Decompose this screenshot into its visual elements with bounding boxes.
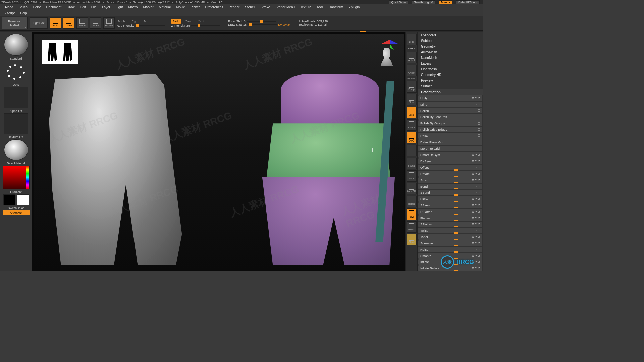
- deform-sbend[interactable]: SBendX Y Z: [418, 190, 482, 195]
- section-cylinder3d[interactable]: Cylinder3D: [418, 32, 483, 38]
- menu-layer[interactable]: Layer: [99, 5, 113, 9]
- shelf--xyz--button[interactable]: (xyz): [407, 132, 417, 143]
- deform-offset[interactable]: OffsetX Y Z: [418, 165, 482, 170]
- deform-relax-plane-grid[interactable]: Relax Plane Grid: [418, 139, 482, 145]
- rgb-toggle[interactable]: Rgb: [130, 19, 139, 24]
- deform-skew[interactable]: SkewX Y Z: [418, 196, 482, 202]
- menu-preferences[interactable]: Preferences: [203, 5, 226, 9]
- brush-thumbnail[interactable]: [4, 34, 28, 56]
- viewport[interactable]: ✛ 人人素材 RRCG 人人素材 RRCG 人人素材 RRCG 人人素材 RRC…: [34, 34, 404, 270]
- section-surface[interactable]: Surface: [418, 83, 483, 89]
- section-layers[interactable]: Layers: [418, 61, 483, 66]
- deform-polish-crisp-edges[interactable]: Polish Crisp Edges: [418, 127, 482, 132]
- secondary-color-swatch[interactable]: [3, 194, 15, 205]
- menu-render[interactable]: Render: [226, 5, 243, 9]
- deform-sflatten[interactable]: SFlattenX Y Z: [418, 222, 482, 227]
- menu-document[interactable]: Document: [44, 5, 64, 9]
- menu-material[interactable]: Material: [156, 5, 174, 9]
- deform-size[interactable]: SizeX Y Z: [418, 177, 482, 183]
- view-navigator[interactable]: [378, 40, 398, 61]
- menu-zscript[interactable]: Zscript: [2, 11, 17, 15]
- dynamic-label[interactable]: Dynamic: [278, 23, 290, 26]
- deform-morph-to-grid[interactable]: Morph to Grid: [418, 146, 482, 152]
- stroke-thumbnail[interactable]: [4, 61, 28, 82]
- deform-bend[interactable]: BendX Y Z: [418, 184, 482, 189]
- section-geometry-hd[interactable]: Geometry HD: [418, 72, 483, 78]
- lightbox-button[interactable]: LightBox: [30, 17, 48, 29]
- deform-taper[interactable]: TaperX Y Z: [418, 234, 482, 240]
- draw-mode-button[interactable]: Draw: [63, 17, 74, 29]
- color-picker[interactable]: [3, 166, 30, 189]
- menu-draw[interactable]: Draw: [64, 5, 77, 9]
- deform-polish-by-features[interactable]: Polish By Features: [418, 114, 482, 120]
- section-subtool[interactable]: Subtool: [418, 38, 483, 44]
- menu-texture[interactable]: Texture: [298, 5, 314, 9]
- section-fibermesh[interactable]: FiberMesh: [418, 66, 483, 72]
- deform-relax[interactable]: Relax: [418, 133, 482, 139]
- zintensity-slider[interactable]: [191, 25, 220, 26]
- edit-mode-button[interactable]: Edit: [50, 17, 61, 29]
- menu-color[interactable]: Color: [30, 5, 44, 9]
- menu-starter-menu[interactable]: Starter Menu: [273, 5, 298, 9]
- menu-marker[interactable]: Marker: [140, 5, 156, 9]
- menu-stroke[interactable]: Stroke: [258, 5, 273, 9]
- deformation-header[interactable]: Deformation: [418, 89, 483, 95]
- section-preview[interactable]: Preview: [418, 78, 483, 83]
- deform-rotate[interactable]: RotateX Y Z: [418, 171, 482, 177]
- menu-zplugin[interactable]: Zplugin: [346, 5, 362, 9]
- material-thumbnail[interactable]: [4, 139, 28, 160]
- section-arraymesh[interactable]: ArrayMesh: [418, 49, 483, 55]
- primary-color-swatch[interactable]: [17, 194, 29, 205]
- deform-noise[interactable]: NoiseX Y Z: [418, 247, 482, 252]
- menu-stencil[interactable]: Stencil: [242, 5, 258, 9]
- spix-label[interactable]: SPix 3: [408, 46, 415, 51]
- seethrough-slider[interactable]: See-through 0: [412, 0, 435, 4]
- rotate-mode-button[interactable]: Rotate: [103, 17, 115, 29]
- focalshift-slider[interactable]: [247, 21, 276, 22]
- zsub-toggle[interactable]: Zsub: [184, 19, 194, 24]
- menu-file[interactable]: File: [89, 5, 99, 9]
- menus-button[interactable]: Menus: [439, 0, 452, 4]
- shelf-transp-button[interactable]: Transp: [407, 221, 417, 233]
- shelf-zoom3d-button[interactable]: Zoom3D: [407, 183, 417, 194]
- projection-master-button[interactable]: Projection Master: [2, 17, 28, 29]
- deform-resym[interactable]: ReSymX Y Z: [418, 158, 482, 164]
- deform-polish[interactable]: Polish: [418, 108, 482, 114]
- defaultzscript-button[interactable]: DefaultZScript: [456, 0, 480, 4]
- switchcolor-button[interactable]: SwitchColor: [8, 206, 24, 210]
- menu-light[interactable]: Light: [113, 5, 126, 9]
- shelf-bpr-button[interactable]: BPR: [407, 34, 417, 45]
- viewport-left[interactable]: [34, 34, 219, 270]
- shelf-frame-button[interactable]: Frame: [407, 158, 417, 169]
- shelf-local-button[interactable]: Local: [407, 107, 417, 118]
- shelf-move-button[interactable]: Move: [407, 170, 417, 182]
- menu-brush[interactable]: Brush: [16, 5, 30, 9]
- deform-flatten[interactable]: FlattenX Y Z: [418, 215, 482, 221]
- scale-mode-button[interactable]: Scale: [90, 17, 101, 29]
- deform-mirror[interactable]: MirrorX Y Z: [418, 102, 482, 107]
- zcut-toggle[interactable]: Zcut: [197, 19, 206, 24]
- m-toggle[interactable]: M: [143, 19, 148, 24]
- shelf-floor-button[interactable]: Floor: [407, 94, 417, 105]
- deform-smart-resym[interactable]: Smart ReSymX Y Z: [418, 152, 482, 158]
- menu-movie[interactable]: Movie: [173, 5, 188, 9]
- quicksave-button[interactable]: QuickSave: [389, 0, 408, 4]
- deform-squeeze[interactable]: SqueezeX Y Z: [418, 240, 482, 246]
- menu-macro[interactable]: Macro: [126, 5, 141, 9]
- menu-picker[interactable]: Picker: [188, 5, 203, 9]
- deform-rflatten[interactable]: RFlattenX Y Z: [418, 209, 482, 215]
- shelf-rotate-button[interactable]: Rotate: [407, 196, 417, 207]
- shelf-polyf-button[interactable]: PolyF: [407, 208, 417, 220]
- texture-thumbnail[interactable]: [4, 113, 28, 134]
- shelf-persp-button[interactable]: Persp: [407, 81, 417, 93]
- shelf-aahalf-button[interactable]: AAHalf: [407, 65, 417, 76]
- menu-help[interactable]: Help: [17, 11, 30, 15]
- move-mode-button[interactable]: Move: [76, 17, 88, 29]
- shelf-ghost-button[interactable]: Ghost: [407, 234, 417, 245]
- alpha-thumbnail[interactable]: [4, 87, 28, 108]
- shelf-actual-button[interactable]: Actual: [407, 52, 417, 63]
- shelf-l-sym-button[interactable]: L.Sym: [407, 119, 417, 131]
- menu-alpha[interactable]: Alpha: [2, 5, 16, 9]
- menu-transform[interactable]: Transform: [325, 5, 346, 9]
- shelf-icon-button[interactable]: [407, 145, 417, 156]
